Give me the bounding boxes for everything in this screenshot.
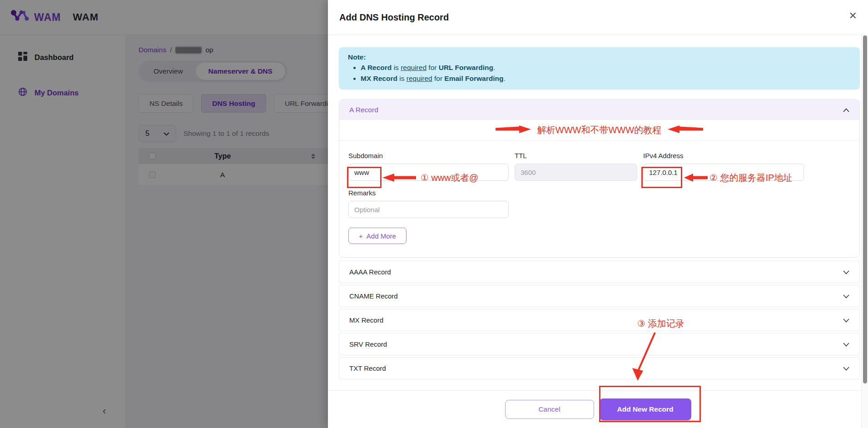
note-list: A Record is required for URL Forwarding.… — [361, 62, 851, 84]
accordion-label: TXT Record — [349, 364, 386, 372]
modal-body: Note: A Record is required for URL Forwa… — [328, 35, 868, 379]
red-arrow-right-icon — [496, 125, 531, 135]
modal-scrollbar — [861, 35, 868, 428]
note-box: Note: A Record is required for URL Forwa… — [339, 47, 860, 90]
accordion-label: SRV Record — [349, 340, 387, 348]
modal-header: Add DNS Hosting Record ✕ — [328, 0, 868, 35]
remarks-field-group: Remarks — [348, 189, 509, 218]
subdomain-label: Subdomain — [348, 152, 509, 159]
accordion-aaaa-record[interactable]: AAAA Record — [339, 261, 860, 283]
add-more-button[interactable]: + Add More — [348, 228, 407, 244]
note-bullet: A Record is required for URL Forwarding. — [361, 62, 851, 73]
plus-icon: + — [359, 232, 363, 240]
chevron-down-icon — [843, 340, 849, 348]
a-record-accordion-header[interactable]: A Record — [339, 100, 859, 120]
accordion-label: MX Record — [349, 316, 383, 324]
chevron-down-icon — [843, 364, 849, 372]
chevron-down-icon — [843, 316, 849, 324]
accordion-srv-record[interactable]: SRV Record — [339, 333, 860, 355]
modal-backdrop[interactable] — [0, 0, 328, 428]
ipv4-label: IPv4 Address — [643, 152, 804, 159]
chevron-down-icon — [843, 292, 849, 300]
tutorial-annotation-text: 解析WWW和不带WWW的教程 — [537, 124, 661, 136]
tutorial-annotation-row: 解析WWW和不带WWW的教程 — [339, 120, 859, 141]
page: WAM WAM Dashboard — [0, 0, 868, 428]
ttl-field-group: TTL — [515, 152, 637, 181]
remarks-label: Remarks — [348, 189, 509, 197]
chevron-up-icon — [843, 106, 849, 114]
accordion-list: AAAA Record CNAME Record MX Record SRV R… — [339, 261, 860, 379]
modal-title: Add DNS Hosting Record — [339, 12, 449, 23]
cancel-button[interactable]: Cancel — [505, 400, 594, 419]
remarks-input[interactable] — [348, 201, 509, 218]
chevron-down-icon — [843, 268, 849, 276]
subdomain-field-group: Subdomain — [348, 152, 509, 181]
ttl-input — [515, 164, 637, 181]
add-new-record-button[interactable]: Add New Record — [600, 398, 691, 420]
accordion-mx-record[interactable]: MX Record — [339, 309, 860, 331]
accordion-txt-record[interactable]: TXT Record — [339, 357, 860, 379]
modal-footer: Cancel Add New Record — [328, 390, 868, 428]
close-icon[interactable]: ✕ — [849, 11, 857, 21]
ipv4-field-group: IPv4 Address — [643, 152, 804, 181]
a-record-title: A Record — [349, 106, 378, 114]
accordion-label: CNAME Record — [349, 292, 398, 300]
a-record-accordion: A Record 解析WWW和不带WWW的教程 — [339, 99, 860, 258]
add-dns-record-modal: Add DNS Hosting Record ✕ Note: A Record … — [328, 0, 868, 428]
red-arrow-left-icon — [668, 125, 703, 135]
ttl-label: TTL — [515, 152, 637, 159]
accordion-cname-record[interactable]: CNAME Record — [339, 285, 860, 307]
note-bullet: MX Record is required for Email Forwardi… — [361, 73, 851, 84]
scrollbar-thumb[interactable] — [863, 35, 867, 383]
accordion-label: AAAA Record — [349, 268, 391, 276]
ipv4-input[interactable] — [643, 164, 804, 181]
a-record-fields: Subdomain TTL IPv4 Address R — [339, 141, 859, 257]
subdomain-input[interactable] — [348, 164, 509, 181]
add-more-label: Add More — [367, 232, 396, 240]
note-heading: Note: — [348, 53, 851, 61]
